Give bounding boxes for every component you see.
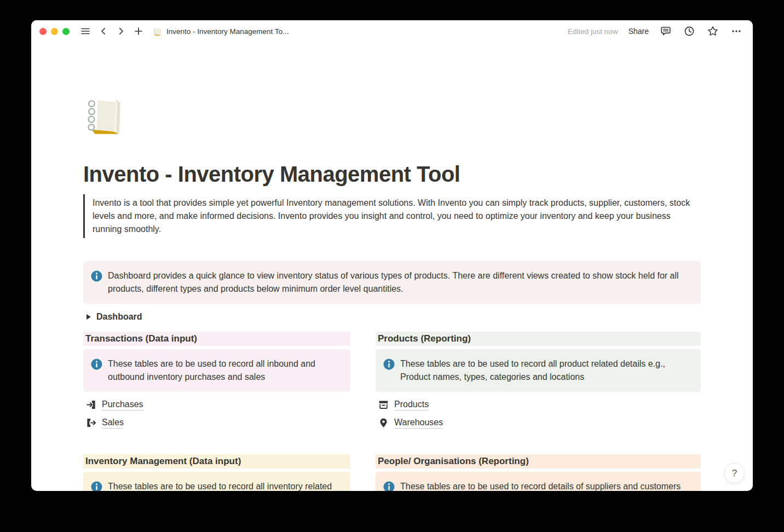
inventory-management-column: Inventory Management (Data input) These … [83,454,350,491]
products-callout: These tables are to be used to record al… [376,349,701,392]
products-page-link[interactable]: Products [376,397,431,412]
archive-box-icon [378,399,389,410]
favorite-button[interactable] [706,25,719,38]
sidebar-toggle-button[interactable] [79,25,91,37]
warehouses-page-link[interactable]: Warehouses [376,415,445,430]
door-arrow-out-icon [85,417,97,429]
sales-link-label: Sales [102,418,124,429]
purchases-link-label: Purchases [102,400,143,410]
purchases-page-link[interactable]: Purchases [83,397,146,412]
toggle-triangle-icon [87,314,91,320]
dashboard-toggle[interactable]: Dashboard [83,310,143,323]
more-options-button[interactable] [730,25,743,38]
people-organisations-callout: These tables are to be used to record de… [376,472,701,491]
minimize-window-button[interactable] [51,28,58,35]
help-button-label: ? [732,468,737,479]
dashboard-callout: Dashboard provides a quick glance to vie… [83,261,701,304]
inventory-management-callout-text: These tables are to be used to record al… [108,480,342,491]
intro-quote-block: Invento is a tool that provides simple y… [83,194,701,238]
people-organisations-callout-text: These tables are to be used to record de… [400,480,681,491]
zoom-window-button[interactable] [62,28,70,35]
info-icon [383,481,395,491]
ellipsis-icon [731,26,742,37]
app-window: Invento - Inventory Management To... Edi… [31,20,753,491]
location-pin-icon [378,417,389,429]
products-callout-text: These tables are to be used to record al… [400,357,692,384]
dashboard-toggle-label: Dashboard [96,312,142,322]
inventory-management-section-header: Inventory Management (Data input) [83,454,350,469]
star-icon [707,26,718,37]
window-controls [39,28,70,35]
breadcrumb-title: Invento - Inventory Management To... [166,27,289,36]
dashboard-callout-text: Dashboard provides a quick glance to vie… [108,269,692,296]
back-button[interactable] [98,26,109,37]
updates-button[interactable] [683,25,696,38]
transactions-callout: These tables are to be used to record al… [83,349,350,392]
sales-page-link[interactable]: Sales [83,415,126,430]
transactions-callout-text: These tables are to be used to record al… [108,357,342,384]
edited-status: Edited just now [568,27,618,36]
people-organisations-section-header: People/ Organisations (Reporting) [376,454,701,469]
page-icon-notebook-emoji[interactable] [83,94,126,137]
products-link-label: Products [394,400,429,410]
notebook-emoji-icon [153,27,162,36]
transactions-section-header: Transactions (Data input) [83,332,350,346]
comments-button[interactable] [659,25,672,38]
info-icon [91,358,102,370]
info-icon [383,358,395,370]
hamburger-icon [80,26,90,36]
new-page-button[interactable] [133,26,144,37]
share-button[interactable]: Share [629,27,649,36]
close-window-button[interactable] [39,28,47,35]
breadcrumb[interactable]: Invento - Inventory Management To... [153,27,289,36]
help-button[interactable]: ? [724,463,745,483]
products-column: Products (Reporting) These tables are to… [376,332,701,433]
comment-icon [660,26,671,37]
info-icon [91,481,102,491]
clock-icon [684,26,695,37]
page-body: Invento - Inventory Management Tool Inve… [31,42,753,491]
plus-icon [134,27,143,36]
warehouses-link-label: Warehouses [394,418,443,429]
forward-button[interactable] [116,26,126,37]
chevron-left-icon [99,27,108,36]
transactions-column: Transactions (Data input) These tables a… [83,332,350,433]
info-icon [91,270,102,282]
door-arrow-in-icon [85,399,97,410]
page-title: Invento - Inventory Management Tool [83,162,701,187]
people-organisations-column: People/ Organisations (Reporting) These … [376,454,701,491]
chevron-right-icon [117,27,125,36]
products-section-header: Products (Reporting) [376,332,701,346]
titlebar: Invento - Inventory Management To... Edi… [31,20,753,42]
inventory-management-callout: These tables are to be used to record al… [83,472,350,491]
